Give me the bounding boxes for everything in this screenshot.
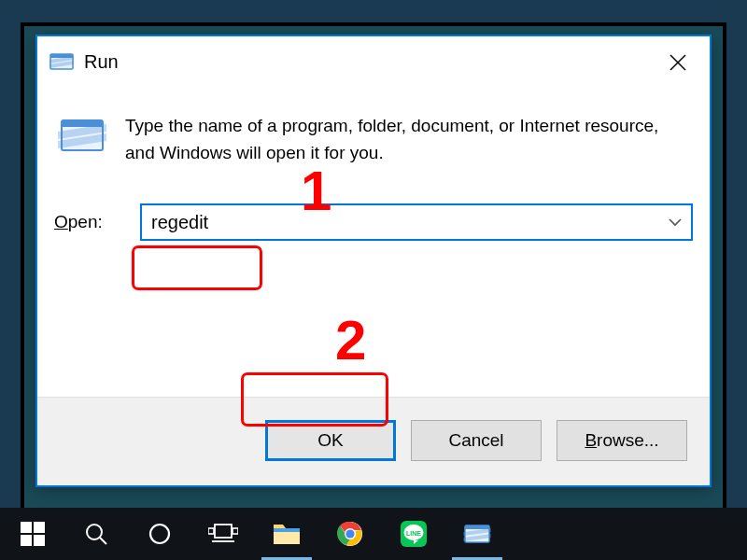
svg-rect-12 — [233, 528, 238, 534]
svg-rect-22 — [465, 525, 489, 529]
cancel-button[interactable]: Cancel — [411, 420, 542, 461]
svg-text:LINE: LINE — [406, 530, 421, 537]
svg-point-8 — [87, 525, 102, 539]
svg-rect-4 — [21, 522, 32, 533]
cortana-button[interactable] — [129, 508, 190, 560]
svg-rect-14 — [274, 528, 300, 532]
ok-button[interactable]: OK — [265, 420, 396, 461]
svg-rect-10 — [215, 525, 232, 538]
open-input-value: regedit — [151, 212, 208, 233]
svg-point-9 — [150, 525, 169, 543]
line-button[interactable]: LINE — [383, 508, 444, 560]
start-button[interactable] — [2, 508, 63, 560]
close-button[interactable] — [659, 46, 697, 79]
dialog-body: Type the name of a program, folder, docu… — [37, 87, 710, 397]
taskview-button[interactable] — [192, 508, 254, 560]
svg-point-17 — [345, 529, 354, 538]
chevron-down-icon[interactable] — [669, 215, 682, 230]
browse-button[interactable]: Browse... — [557, 420, 687, 461]
svg-rect-6 — [21, 535, 32, 546]
chrome-button[interactable] — [319, 508, 381, 560]
taskbar: LINE — [0, 508, 747, 560]
annotation-step-2: 2 — [335, 308, 366, 372]
open-label: Open: — [54, 212, 129, 232]
annotation-step-1: 1 — [301, 159, 331, 223]
run-body-icon — [54, 113, 110, 158]
run-title-icon — [49, 49, 75, 75]
search-button[interactable] — [65, 508, 127, 560]
open-combobox[interactable]: regedit — [140, 203, 693, 241]
browse-button-label: Browse... — [585, 430, 658, 451]
cancel-button-label: Cancel — [448, 430, 503, 451]
svg-rect-7 — [34, 535, 45, 546]
dialog-description: Type the name of a program, folder, docu… — [125, 113, 693, 166]
run-app-button[interactable] — [446, 508, 508, 560]
button-bar: OK Cancel Browse... — [37, 397, 710, 485]
svg-rect-11 — [208, 528, 214, 534]
svg-rect-5 — [34, 522, 45, 533]
file-explorer-button[interactable] — [256, 508, 317, 560]
titlebar: Run — [37, 36, 710, 87]
dialog-title: Run — [84, 51, 119, 73]
run-dialog: Run Type the name of a program, folder, … — [35, 35, 712, 487]
ok-button-label: OK — [317, 430, 343, 451]
